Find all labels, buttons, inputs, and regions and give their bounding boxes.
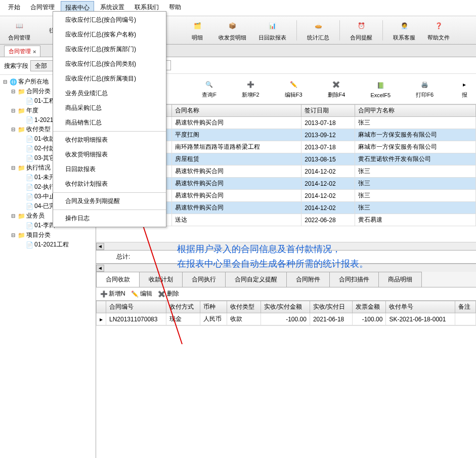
grid-header[interactable]: 合同名称 <box>171 105 301 117</box>
tree-label: 业务员 <box>26 212 45 220</box>
tree-node[interactable]: 📄01-2021工程 <box>18 240 94 249</box>
bgrid-header[interactable]: 实收/实付日 <box>310 301 352 313</box>
action-icon: ✏️ <box>132 290 139 298</box>
detail-btn-2[interactable]: ✖️删除 <box>158 289 179 298</box>
grid-cell: 平度扛阁 <box>171 129 301 141</box>
toolbar-label: 统计汇总 <box>307 34 329 41</box>
detail-btn-0[interactable]: ➕新增N <box>100 289 125 298</box>
dropdown-item[interactable]: 收发货明细报表 <box>53 147 166 162</box>
table-row[interactable]: ▸LN201311070083现金人民币收款-100.002021-06-18-… <box>97 313 476 325</box>
toolbar-btn-3[interactable]: ✖️删除F4 <box>328 79 345 99</box>
detail-tab-0[interactable]: 合同收款 <box>96 272 140 287</box>
doc-icon: 📄 <box>25 174 33 182</box>
support-button[interactable]: 🧑‍💼 联系客服 <box>389 18 419 43</box>
stats-summary-button[interactable]: 🥧 统计汇总 <box>303 18 333 43</box>
grid-cell: 易速软件购买合同 <box>171 202 301 214</box>
toolbar-btn-4[interactable]: 📗ExcelF5 <box>370 80 391 98</box>
action-label: 报 <box>462 91 467 99</box>
dropdown-item[interactable]: 应收应付汇总(按客户名称) <box>53 27 166 42</box>
bgrid-header[interactable]: 合同编号 <box>106 301 166 313</box>
dropdown-item[interactable]: 应收应付汇总(按所属项目) <box>53 71 166 86</box>
toolbar-btn-1[interactable]: ➕新增F2 <box>242 79 259 99</box>
contract-mgmt-button[interactable]: 📖 合同管理 <box>4 18 34 43</box>
grid-header[interactable]: 合同甲方名称 <box>355 105 475 117</box>
btn-label: 编辑 <box>140 289 152 298</box>
contract-remind-button[interactable]: ⏰ 合同提醒 <box>346 18 376 43</box>
bgrid-header[interactable]: 备注 <box>455 301 476 313</box>
horizontal-scrollbar[interactable]: ◄ <box>96 242 476 250</box>
grid-cell: 2014-12-02 <box>301 202 355 214</box>
dropdown-item[interactable]: 商品采购汇总 <box>53 101 166 115</box>
payment-grid[interactable]: 合同编号收付方式币种收付类型实收/实付金额实收/实付日发票金额收付单号备注▸LN… <box>96 301 476 325</box>
detail-tab-3[interactable]: 合同自定义提醒 <box>225 272 287 287</box>
bgrid-cell: -100.00 <box>261 313 310 325</box>
detail-tab-4[interactable]: 合同附件 <box>286 272 330 287</box>
detail-tab-2[interactable]: 合同执行 <box>182 272 226 287</box>
menu-0[interactable]: 开始 <box>4 1 24 15</box>
dropdown-item[interactable]: 应收应付汇总(按所属部门) <box>53 42 166 57</box>
search-label: 搜索字段 <box>4 62 28 70</box>
scroll-left-button[interactable]: ◄ <box>96 243 104 250</box>
tab-contract-mgmt[interactable]: 合同管理 × <box>4 46 40 57</box>
shipment-detail-button[interactable]: 📦 收发货明细 <box>214 18 250 43</box>
grid-header[interactable]: 签订日期 <box>301 105 355 117</box>
tree-toggle-icon[interactable]: ⊟ <box>2 79 8 85</box>
grid-cell: 张三 <box>355 117 475 129</box>
dropdown-item[interactable]: 收付款明细报表 <box>53 133 166 147</box>
detail-button[interactable]: 🗂️ 明细 <box>184 18 210 43</box>
doc-icon: 📄 <box>25 116 33 124</box>
toolbar-btn-6[interactable]: ▸报 <box>459 79 470 99</box>
summary-row: 总计: <box>96 250 476 264</box>
bgrid-cell: -100.00 <box>352 313 386 325</box>
action-icon: ✖️ <box>158 290 165 298</box>
dropdown-item[interactable]: 日回款报表 <box>53 162 166 177</box>
dropdown-item[interactable]: 应收应付汇总(按合同类别) <box>53 57 166 71</box>
bgrid-header[interactable]: 发票金额 <box>352 301 386 313</box>
help-button[interactable]: ❓ 帮助文件 <box>423 18 454 43</box>
bgrid-header[interactable]: 币种 <box>200 301 227 313</box>
tree-toggle-icon[interactable]: ⊟ <box>10 165 16 171</box>
folder-icon: 📁 <box>17 231 25 239</box>
tree-toggle-icon[interactable]: ⊟ <box>10 108 16 113</box>
toolbar-btn-2[interactable]: ✏️编辑F3 <box>285 79 302 99</box>
folder-icon: 📁 <box>17 88 25 96</box>
bgrid-header[interactable]: 收付方式 <box>166 301 200 313</box>
tree-label: 执行情况 <box>26 163 51 172</box>
dropdown-item[interactable]: 收付款计划报表 <box>53 177 166 191</box>
dropdown-item[interactable]: 商品销售汇总 <box>53 115 166 130</box>
pie-icon: 🥧 <box>311 19 325 33</box>
toolbar-btn-0[interactable]: 🔍查询F <box>202 79 217 99</box>
toolbar-btn-5[interactable]: 🖨️打印F6 <box>416 79 434 99</box>
tree-toggle-icon[interactable]: ⊟ <box>10 89 16 94</box>
bgrid-header[interactable]: 实收/实付金额 <box>261 301 310 313</box>
headset-icon: 🧑‍💼 <box>397 19 411 33</box>
dropdown-item[interactable]: 合同及业务到期提醒 <box>53 194 166 209</box>
detail-tab-5[interactable]: 合同扫描件 <box>329 272 379 287</box>
tree-toggle-icon[interactable]: ⊟ <box>10 127 16 132</box>
dropdown-item[interactable]: 业务员业绩汇总 <box>53 86 166 101</box>
dropdown-item[interactable]: 应收应付汇总(按合同编号) <box>53 13 166 27</box>
action-icon: ✏️ <box>288 79 299 90</box>
bgrid-header[interactable]: 收付类型 <box>227 301 261 313</box>
detail-tab-6[interactable]: 商品明细 <box>378 272 422 287</box>
grid-cell: 黄石易速 <box>355 214 475 226</box>
daily-payback-button[interactable]: 📊 日回款报表 <box>254 18 290 43</box>
horizontal-scrollbar-2[interactable]: ◄ <box>96 264 476 272</box>
menu-5[interactable]: 帮助 <box>165 1 185 15</box>
bgrid-header[interactable]: 收付单号 <box>386 301 455 313</box>
action-icon: 📗 <box>375 80 386 91</box>
detail-btn-1[interactable]: ✏️编辑 <box>132 289 152 298</box>
help-icon: ❓ <box>431 19 446 33</box>
dropdown-item[interactable]: 操作日志 <box>53 211 166 226</box>
bgrid-cell: 2021-06-18 <box>310 313 352 325</box>
close-icon[interactable]: × <box>33 49 36 55</box>
toolbar-label: 合同提醒 <box>350 34 372 41</box>
tree-node[interactable]: ⊟📁项目分类 <box>10 230 94 240</box>
bgrid-cell: 人民币 <box>200 313 227 325</box>
tree-toggle-icon[interactable]: ⊟ <box>10 213 16 219</box>
doc-icon: 📄 <box>25 193 33 201</box>
tree-toggle-icon[interactable]: ⊟ <box>10 232 16 238</box>
chart-icon: 📊 <box>266 19 280 33</box>
detail-tab-1[interactable]: 收款计划 <box>139 272 183 287</box>
scroll-left-button[interactable]: ◄ <box>96 265 104 272</box>
